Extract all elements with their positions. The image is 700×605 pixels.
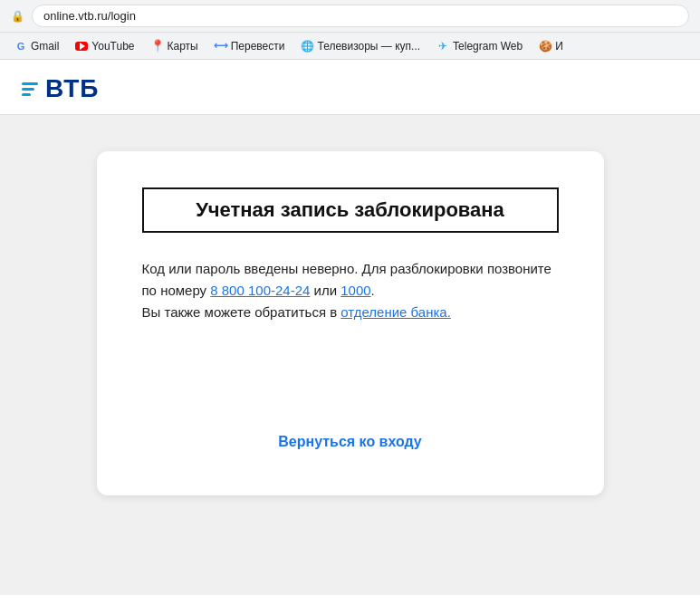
back-to-login-link[interactable]: Вернуться ко входу [278,434,422,450]
full-page: 🔒 online.vtb.ru/login G Gmail YouTube 📍 … [0,0,700,605]
bookmark-label: Gmail [31,40,59,53]
card-container: Учетная запись заблокирована Код или пар… [0,115,700,595]
lock-icon: 🔒 [11,10,24,23]
phone1-link[interactable]: 8 800 100-24-24 [210,283,310,298]
branch-link[interactable]: отделение банка. [340,304,451,320]
vtb-line-3 [22,93,31,96]
bookmark-other[interactable]: 🍪 И [532,37,571,55]
url-bar[interactable]: online.vtb.ru/login [32,5,689,27]
translate-icon: ⟷ [215,40,227,53]
bookmark-youtube[interactable]: YouTube [68,37,141,55]
vtb-logo: ВТБ [22,74,678,103]
gmail-icon: G [14,40,27,53]
phone2-link[interactable]: 1000 [340,283,370,298]
bookmark-translate[interactable]: ⟷ Перевести [207,37,292,55]
globe-icon: 🌐 [301,40,313,53]
bookmark-label: Перевести [231,40,285,53]
bookmark-label: Telegram Web [453,40,523,53]
youtube-icon [75,42,88,51]
vtb-line-2 [22,88,34,91]
maps-icon: 📍 [151,40,164,53]
bookmark-telegram[interactable]: ✈ Telegram Web [429,37,530,55]
vtb-logo-lines [22,82,38,96]
bookmark-label: И [555,40,563,53]
bookmark-maps[interactable]: 📍 Карты [144,37,206,55]
header: ВТБ [0,60,700,115]
browser-bar: 🔒 online.vtb.ru/login [0,0,700,33]
bookmark-label: Карты [168,40,198,53]
bookmark-gmail[interactable]: G Gmail [7,37,66,55]
other-icon: 🍪 [539,40,551,53]
blocked-card: Учетная запись заблокирована Код или пар… [97,151,604,495]
bookmark-label: Телевизоры — куп... [317,40,420,53]
vtb-line-1 [22,82,38,85]
telegram-icon: ✈ [436,40,449,53]
blocked-title: Учетная запись заблокирована [142,187,559,233]
bookmark-tv[interactable]: 🌐 Телевизоры — куп... [293,37,427,55]
bookmark-label: YouTube [91,40,134,53]
blocked-description: Код или пароль введены неверно. Для разб… [142,258,559,323]
vtb-logo-text: ВТБ [45,74,99,103]
bookmarks-bar: G Gmail YouTube 📍 Карты ⟷ Перевести 🌐 Те… [0,33,700,60]
